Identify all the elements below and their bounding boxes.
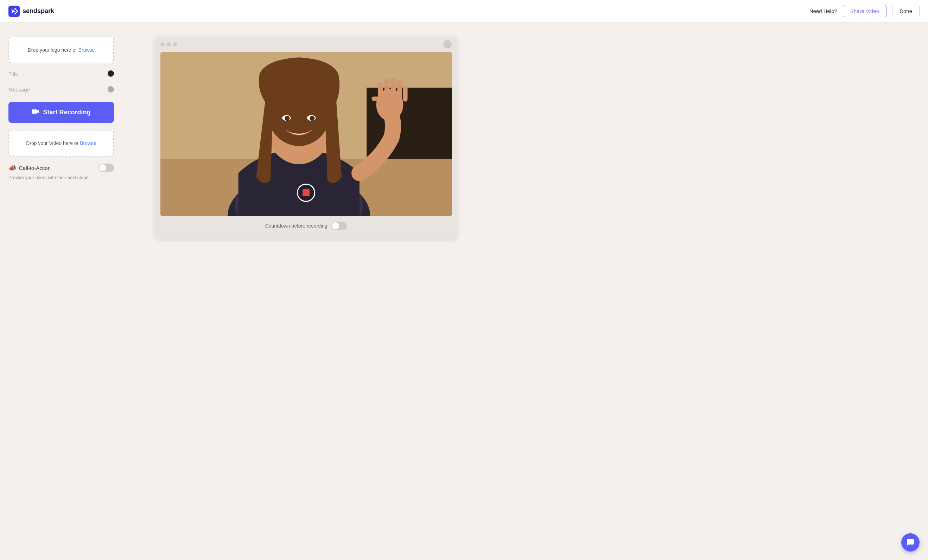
cta-toggle[interactable]: [99, 163, 114, 172]
sendspark-logo-icon: [8, 6, 20, 17]
left-panel: Drop your logo here or Browse Title Mess…: [8, 37, 114, 239]
video-browse-link[interactable]: Browse: [80, 140, 96, 146]
logo: sendspark: [8, 6, 54, 17]
browser-bar: [155, 37, 457, 52]
logo-browse-link[interactable]: Browse: [78, 47, 95, 53]
cta-row: 📣 Call-to-Action: [8, 163, 114, 172]
svg-rect-20: [403, 85, 408, 102]
svg-rect-21: [371, 97, 381, 101]
svg-rect-1: [32, 109, 37, 114]
countdown-toggle-track: [331, 221, 347, 230]
cta-icon: 📣: [8, 164, 16, 172]
browser-dots: [160, 42, 177, 46]
cta-description: Provide your users with their next steps…: [8, 175, 114, 180]
cta-section: 📣 Call-to-Action Provide your users with…: [8, 163, 114, 180]
browser-dot-1: [160, 42, 165, 46]
svg-rect-17: [385, 79, 389, 99]
browser-frame: Countdown before recording: [155, 37, 457, 239]
start-recording-button[interactable]: Start Recording: [8, 102, 114, 123]
countdown-row: Countdown before recording: [160, 221, 452, 233]
title-toggle-dot[interactable]: [108, 70, 114, 77]
message-label: Message: [8, 87, 108, 93]
countdown-toggle-thumb: [332, 222, 339, 229]
countdown-label: Countdown before recording: [265, 223, 328, 229]
title-field-row: Title: [8, 70, 114, 79]
cta-toggle-track: [99, 163, 114, 172]
svg-point-13: [285, 116, 290, 121]
need-help-link[interactable]: Need Help?: [809, 8, 837, 14]
video-drop-zone[interactable]: Drop your Video here or Browse: [8, 130, 114, 157]
countdown-toggle[interactable]: [331, 221, 347, 230]
camera-icon: [32, 108, 40, 116]
cta-toggle-thumb: [99, 164, 106, 171]
svg-point-14: [310, 116, 314, 121]
chat-icon: [906, 538, 915, 547]
svg-rect-19: [397, 80, 402, 99]
video-container: Countdown before recording: [155, 52, 457, 239]
svg-marker-2: [37, 109, 39, 114]
svg-rect-18: [391, 78, 396, 99]
browser-control: [443, 40, 452, 49]
share-video-button[interactable]: Share Video: [843, 5, 887, 17]
browser-dot-2: [167, 42, 171, 46]
message-toggle-dot[interactable]: [108, 86, 114, 93]
right-panel: Countdown before recording: [128, 37, 484, 239]
logo-drop-zone[interactable]: Drop your logo here or Browse: [8, 37, 114, 63]
header-right: Need Help? Share Video Done: [809, 5, 920, 17]
header: sendspark Need Help? Share Video Done: [0, 0, 928, 23]
logo-text: sendspark: [23, 8, 54, 15]
stop-icon: [302, 189, 310, 196]
chat-bubble-button[interactable]: [901, 533, 920, 552]
message-field-row: Message: [8, 86, 114, 95]
stop-recording-button[interactable]: [297, 184, 315, 202]
video-preview: [160, 52, 452, 216]
main-content: Drop your logo here or Browse Title Mess…: [0, 23, 493, 253]
done-button[interactable]: Done: [892, 5, 920, 17]
browser-dot-3: [173, 42, 177, 46]
cta-label: Call-to-Action: [19, 165, 96, 171]
title-label: Title: [8, 71, 108, 77]
